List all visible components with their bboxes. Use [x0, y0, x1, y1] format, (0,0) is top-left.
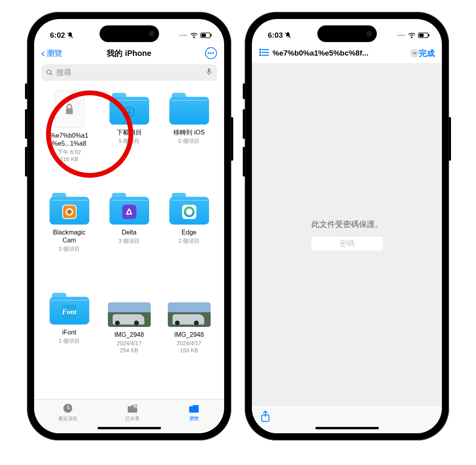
nav-bar: %e7%b0%a1%e5%bc%8f... 完成 — [252, 43, 442, 63]
folder-name: iFont — [41, 329, 97, 336]
ellipsis-icon: ••• — [207, 50, 215, 56]
chevron-left-icon: ‹ — [41, 48, 45, 59]
svg-point-33 — [260, 54, 261, 56]
tab-label: 瀏覽 — [189, 415, 199, 422]
folder-meta: 3 個項目 — [101, 237, 157, 244]
file-meta: 2024/4/17254 KB — [101, 340, 157, 354]
svg-rect-4 — [211, 34, 212, 37]
folder-name: 下載項目 — [101, 129, 157, 136]
document-viewer: 此文件受密碼保護。 密碼 — [252, 63, 442, 405]
done-button[interactable]: 完成 — [419, 48, 435, 59]
file-name: IMG_2948 — [101, 331, 157, 339]
phone-left: 6:02 •••• ‹ 瀏覽 我的 iPhone — [27, 12, 231, 440]
wifi-icon — [190, 32, 198, 38]
folder-item-move-to-ios[interactable]: 移轉到 iOS 0 個項目 — [161, 90, 217, 186]
folder-name: 移轉到 iOS — [161, 129, 217, 136]
share-button[interactable] — [261, 410, 270, 424]
tab-label: 最近項目 — [58, 415, 77, 422]
folder-item-edge[interactable]: Edge 2 個項目 — [161, 190, 217, 286]
folder-icon: Font — [50, 293, 89, 325]
folder-item-downloads[interactable]: 下載項目 5 個項目 — [101, 90, 157, 186]
list-button[interactable] — [259, 48, 269, 58]
file-name: IMG_2948 — [161, 331, 217, 339]
tab-label: 已共享 — [125, 415, 140, 422]
svg-point-29 — [260, 49, 261, 50]
folder-icon — [50, 193, 89, 225]
svg-rect-19 — [67, 408, 70, 409]
svg-point-14 — [68, 211, 71, 213]
search-field[interactable]: 搜尋 — [41, 64, 217, 81]
chevron-down-icon[interactable] — [410, 49, 419, 58]
download-badge-icon — [122, 105, 136, 119]
tab-browse[interactable]: 瀏覽 — [188, 403, 200, 433]
search-placeholder: 搜尋 — [56, 67, 71, 78]
app-badge-icon: Δ — [122, 205, 136, 219]
file-name: %e7%b0%a1%e5...1%a8 — [41, 132, 97, 148]
svg-rect-7 — [208, 68, 210, 72]
folder-item-blackmagic[interactable]: BlackmagicCam 3 個項目 — [41, 190, 97, 286]
folder-meta: 0 個項目 — [161, 137, 217, 144]
folder-name: BlackmagicCam — [41, 229, 97, 244]
document-icon — [55, 90, 84, 128]
file-item-photo-2[interactable]: IMG_2948 2024/4/17153 KB — [161, 290, 217, 386]
file-item-photo-1[interactable]: IMG_2948 2024/4/17254 KB — [101, 290, 157, 386]
cell-signal-icon: •••• — [179, 33, 188, 38]
svg-point-25 — [411, 37, 412, 38]
file-meta: 下午 6:02216 KB — [41, 148, 97, 163]
battery-icon — [200, 33, 212, 38]
dictate-icon[interactable] — [206, 68, 212, 78]
folder-meta: 2 個項目 — [161, 237, 217, 244]
password-placeholder: 密碼 — [340, 238, 355, 249]
status-time: 6:03 — [268, 31, 283, 40]
app-badge-icon — [182, 205, 196, 219]
folder-meta: 5 個項目 — [101, 137, 157, 144]
nav-title: %e7%b0%a1%e5%bc%8f... — [273, 49, 405, 58]
folder-icon — [169, 93, 209, 125]
tab-recents[interactable]: 最近項目 — [58, 403, 77, 433]
svg-rect-28 — [428, 34, 430, 37]
search-icon — [46, 69, 53, 76]
folder-meta: 3 個項目 — [41, 245, 97, 252]
home-indicator[interactable] — [315, 427, 379, 429]
silent-mode-icon — [284, 32, 292, 39]
home-indicator[interactable] — [98, 427, 161, 429]
folder-name: Edge — [161, 229, 217, 236]
photo-thumbnail — [108, 302, 151, 327]
svg-rect-3 — [202, 34, 206, 37]
password-input[interactable]: 密碼 — [311, 237, 383, 250]
svg-point-5 — [47, 70, 51, 74]
svg-point-31 — [260, 52, 261, 53]
folder-icon — [109, 93, 149, 125]
back-label: 瀏覽 — [46, 48, 62, 59]
cell-signal-icon: •••• — [397, 33, 405, 38]
app-badge-icon: Font — [62, 305, 77, 319]
battery-icon — [418, 33, 430, 38]
file-meta: 2024/4/17153 KB — [161, 340, 217, 354]
nav-title: 我的 iPhone — [107, 48, 151, 59]
app-badge-icon — [62, 205, 77, 219]
folder-name: Delta — [101, 229, 157, 236]
folder-icon: Δ — [109, 193, 149, 225]
status-time: 6:02 — [50, 31, 65, 40]
nav-bar: ‹ 瀏覽 我的 iPhone ••• — [34, 43, 224, 63]
wifi-icon — [408, 32, 416, 38]
svg-rect-27 — [419, 34, 424, 37]
svg-rect-23 — [189, 406, 199, 413]
silent-mode-icon — [67, 32, 74, 39]
folder-icon — [169, 193, 209, 225]
folder-item-delta[interactable]: Δ Delta 3 個項目 — [101, 190, 157, 286]
protected-message: 此文件受密碼保護。 — [311, 219, 383, 230]
svg-rect-9 — [66, 108, 73, 114]
dynamic-island — [317, 25, 377, 42]
svg-line-6 — [50, 73, 52, 75]
folder-meta: 2 個項目 — [41, 337, 97, 344]
back-button[interactable]: ‹ 瀏覽 — [41, 48, 62, 59]
folder-item-ifont[interactable]: Font iFont 2 個項目 — [41, 290, 97, 386]
phone-right: 6:03 •••• %e7%b0%a1%e5%b — [245, 12, 449, 440]
photo-thumbnail — [168, 302, 211, 327]
svg-point-1 — [194, 37, 194, 38]
more-button[interactable]: ••• — [205, 47, 217, 59]
file-item-locked-doc[interactable]: %e7%b0%a1%e5...1%a8 下午 6:02216 KB — [41, 90, 97, 186]
files-grid: %e7%b0%a1%e5...1%a8 下午 6:02216 KB 下載項目 5… — [34, 85, 224, 399]
dynamic-island — [100, 25, 159, 42]
